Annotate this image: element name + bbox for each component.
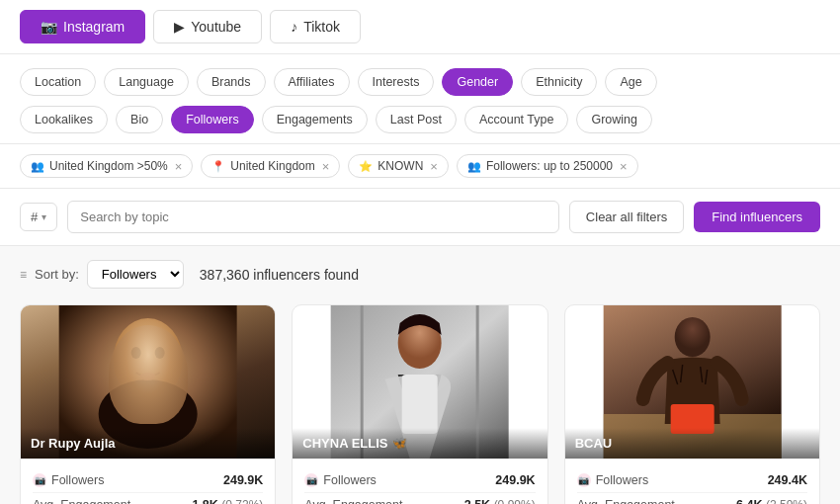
- filter-ethnicity[interactable]: Ethnicity: [521, 68, 597, 96]
- tab-instagram[interactable]: 📷 Instagram: [20, 10, 145, 43]
- filter-tag-uk-audience: 👥 United Kingdom >50% ×: [20, 154, 193, 178]
- influencer-cards-grid: Dr Rupy Aujla 📷 Followers 249.9K Avg. En…: [20, 304, 820, 504]
- topic-selector[interactable]: # ▾: [20, 203, 57, 231]
- filter-language[interactable]: Language: [104, 68, 189, 96]
- remove-known-button[interactable]: ×: [430, 160, 438, 173]
- clear-all-filters-button[interactable]: Clear all filters: [569, 201, 684, 233]
- tab-instagram-label: Instagram: [63, 19, 125, 35]
- card-1-engagement-value: 1.8K (0.72%): [192, 498, 263, 504]
- card-3-engagement-value: 6.4K (2.59%): [736, 498, 807, 504]
- card-3-followers-label: 📷 Followers: [577, 473, 649, 487]
- sort-row: ≡ Sort by: Followers: [20, 260, 184, 289]
- influencer-card-2[interactable]: CHYNA ELLIS 🦋 📷 Followers 249.9K Avg. En…: [292, 304, 547, 504]
- instagram-icon: 📷: [41, 19, 57, 35]
- filter-affiliates[interactable]: Affiliates: [274, 68, 350, 96]
- svg-point-1: [114, 318, 183, 401]
- card-1-followers-label: 📷 Followers: [33, 473, 105, 487]
- influencer-card-3[interactable]: BCAU 📷 Followers 249.4K Avg. Engagement …: [564, 304, 820, 504]
- card-1-followers-value: 249.9K: [223, 473, 263, 487]
- tab-tiktok[interactable]: ♪ Tiktok: [270, 10, 361, 43]
- youtube-icon: ▶: [174, 19, 185, 35]
- card-1-engagement-row: Avg. Engagement 1.8K (0.72%): [33, 493, 263, 504]
- remove-uk-audience-button[interactable]: ×: [175, 160, 183, 173]
- filter-interests[interactable]: Interests: [358, 68, 435, 96]
- card-2-name: CHYNA ELLIS 🦋: [293, 428, 546, 459]
- platform-tabs: 📷 Instagram ▶ Youtube ♪ Tiktok: [0, 0, 840, 54]
- svg-point-3: [131, 347, 141, 359]
- results-header: ≡ Sort by: Followers 387,360 influencers…: [20, 260, 820, 289]
- sort-icon: ≡: [20, 268, 27, 282]
- topic-selector-label: #: [31, 210, 38, 224]
- filter-age[interactable]: Age: [605, 68, 656, 96]
- remove-followers-range-button[interactable]: ×: [620, 160, 628, 173]
- filter-location[interactable]: Location: [20, 68, 96, 96]
- svg-point-5: [140, 373, 156, 380]
- filter-followers[interactable]: Followers: [171, 106, 254, 133]
- search-action-row: # ▾ Clear all filters Find influencers: [0, 189, 840, 246]
- svg-point-4: [155, 347, 165, 359]
- sort-select[interactable]: Followers: [87, 260, 184, 289]
- card-3-engagement-row: Avg. Engagement 6.4K (2.59%): [577, 493, 807, 504]
- influencer-card-1[interactable]: Dr Rupy Aujla 📷 Followers 249.9K Avg. En…: [20, 304, 276, 504]
- filter-tag-uk-audience-label: United Kingdom >50%: [49, 159, 168, 173]
- filter-row-1: Location Language Brands Affiliates Inte…: [20, 68, 820, 96]
- card-2-engagement-label: Avg. Engagement: [304, 498, 402, 504]
- filter-lookalikes[interactable]: Lookalikes: [20, 106, 108, 133]
- card-2-engagement-row: Avg. Engagement 2.5K (0.99%): [304, 493, 535, 504]
- card-2-followers-value: 249.9K: [495, 473, 535, 487]
- active-filters: 👥 United Kingdom >50% × 📍 United Kingdom…: [0, 144, 840, 189]
- card-2-image: CHYNA ELLIS 🦋: [293, 305, 546, 459]
- filter-tag-known: ⭐ KNOWN ×: [348, 154, 449, 178]
- card-3-followers-row: 📷 Followers 249.4K: [577, 468, 807, 493]
- tab-youtube-label: Youtube: [191, 19, 241, 35]
- instagram-followers-icon-2: 📷: [304, 473, 318, 487]
- audience-icon: 👥: [31, 160, 44, 173]
- known-icon: ⭐: [359, 160, 373, 173]
- tab-tiktok-label: Tiktok: [303, 19, 340, 35]
- card-1-engagement-label: Avg. Engagement: [33, 498, 130, 504]
- filter-row-2: Lookalikes Bio Followers Engagements Las…: [20, 106, 820, 133]
- card-3-name: BCAU: [565, 428, 819, 459]
- filter-bio[interactable]: Bio: [116, 106, 163, 133]
- followers-range-icon: 👥: [467, 160, 481, 173]
- sort-label: Sort by:: [35, 267, 79, 282]
- card-1-body: 📷 Followers 249.9K Avg. Engagement 1.8K …: [21, 459, 275, 504]
- card-1-followers-row: 📷 Followers 249.9K: [33, 468, 263, 493]
- location-icon: 📍: [211, 160, 225, 173]
- filter-tag-known-label: KNOWN: [378, 159, 423, 173]
- filter-tag-uk-location: 📍 United Kingdom ×: [201, 154, 340, 178]
- instagram-followers-icon-3: 📷: [577, 473, 591, 487]
- find-influencers-button[interactable]: Find influencers: [694, 202, 820, 232]
- tab-youtube[interactable]: ▶ Youtube: [153, 10, 262, 43]
- card-3-engagement-label: Avg. Engagement: [577, 498, 675, 504]
- search-input[interactable]: [67, 201, 559, 233]
- card-1-name: Dr Rupy Aujla: [21, 428, 275, 459]
- filter-section: Location Language Brands Affiliates Inte…: [0, 54, 840, 144]
- filter-tag-uk-location-label: United Kingdom: [230, 159, 314, 173]
- card-3-followers-value: 249.4K: [768, 473, 807, 487]
- card-3-image: BCAU: [565, 305, 819, 459]
- results-section: ≡ Sort by: Followers 387,360 influencers…: [0, 246, 840, 504]
- filter-last-post[interactable]: Last Post: [376, 106, 457, 133]
- remove-uk-location-button[interactable]: ×: [322, 160, 330, 173]
- filter-brands[interactable]: Brands: [197, 68, 266, 96]
- filter-account-type[interactable]: Account Type: [464, 106, 569, 133]
- card-2-body: 📷 Followers 249.9K Avg. Engagement 2.5K …: [293, 459, 546, 504]
- tiktok-icon: ♪: [291, 19, 297, 35]
- card-2-followers-row: 📷 Followers 249.9K: [304, 468, 535, 493]
- card-2-engagement-value: 2.5K (0.99%): [464, 498, 536, 504]
- svg-rect-10: [402, 375, 438, 434]
- chevron-down-icon: ▾: [42, 211, 46, 222]
- results-count: 387,360 influencers found: [200, 267, 359, 283]
- filter-tag-followers-range-label: Followers: up to 250000: [486, 159, 613, 173]
- card-1-image: Dr Rupy Aujla: [21, 305, 275, 459]
- filter-tag-followers-range: 👥 Followers: up to 250000 ×: [457, 154, 638, 178]
- filter-engagements[interactable]: Engagements: [262, 106, 368, 133]
- instagram-followers-icon: 📷: [33, 473, 46, 487]
- filter-growing[interactable]: Growing: [576, 106, 652, 133]
- filter-gender[interactable]: Gender: [442, 68, 513, 96]
- card-3-body: 📷 Followers 249.4K Avg. Engagement 6.4K …: [565, 459, 819, 504]
- svg-point-13: [674, 317, 710, 357]
- card-2-followers-label: 📷 Followers: [304, 473, 377, 487]
